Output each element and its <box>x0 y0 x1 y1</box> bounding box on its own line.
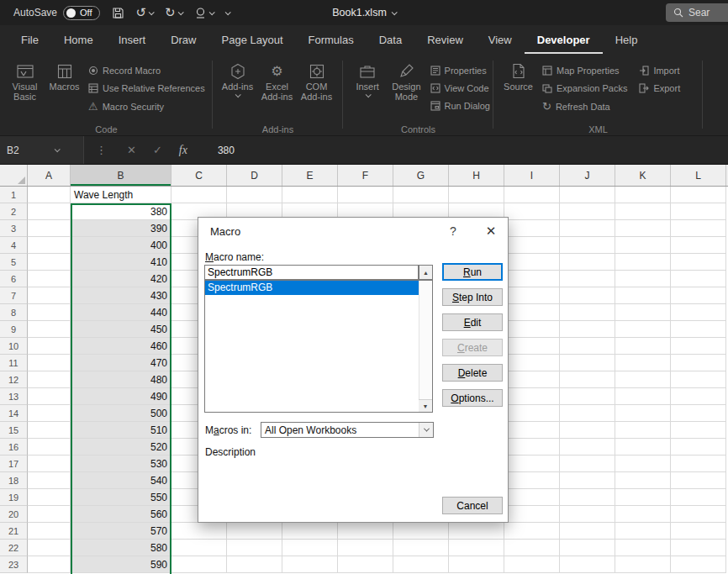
cell-J21[interactable] <box>560 523 615 540</box>
cell-J2[interactable] <box>560 203 615 220</box>
cell-K3[interactable] <box>615 220 671 237</box>
cell-G21[interactable] <box>393 523 449 540</box>
cell-K22[interactable] <box>615 540 671 556</box>
cell-G22[interactable] <box>393 540 449 556</box>
cell-B6[interactable]: 420 <box>71 271 171 287</box>
row-header-15[interactable]: 15 <box>0 422 28 439</box>
name-box[interactable]: B2 <box>0 136 84 164</box>
cell-K13[interactable] <box>615 388 671 405</box>
cell-K6[interactable] <box>615 271 671 287</box>
autosave-toggle[interactable]: AutoSave Off <box>13 6 100 20</box>
cell-K19[interactable] <box>615 489 671 506</box>
cell-L5[interactable] <box>671 254 726 271</box>
touch-mouse-mode-button[interactable] <box>194 7 214 19</box>
delete-button[interactable]: Delete <box>442 364 503 382</box>
cell-A7[interactable] <box>28 287 71 304</box>
cell-I20[interactable] <box>504 506 560 523</box>
cell-G1[interactable] <box>393 187 449 203</box>
cell-B17[interactable]: 530 <box>71 456 171 472</box>
map-properties-button[interactable]: Map Properties <box>542 66 627 76</box>
record-macro-button[interactable]: Record Macro <box>88 66 205 76</box>
cell-L13[interactable] <box>671 388 726 405</box>
row-header-2[interactable]: 2 <box>0 203 28 220</box>
dialog-close-icon[interactable]: ✕ <box>484 224 498 239</box>
row-header-8[interactable]: 8 <box>0 304 28 321</box>
column-header-A[interactable]: A <box>28 165 71 186</box>
customize-qat-button[interactable] <box>225 11 229 15</box>
cell-A22[interactable] <box>28 540 71 556</box>
cell-L20[interactable] <box>671 506 726 523</box>
cell-B14[interactable]: 500 <box>71 405 171 422</box>
column-header-H[interactable]: H <box>449 165 504 186</box>
cell-A11[interactable] <box>28 355 71 371</box>
cell-K4[interactable] <box>615 237 671 254</box>
cell-I8[interactable] <box>504 304 560 321</box>
tab-page-layout[interactable]: Page Layout <box>209 25 296 54</box>
cell-L7[interactable] <box>671 287 726 304</box>
document-title[interactable]: Book1.xlsm <box>332 7 387 18</box>
autosave-switch[interactable]: Off <box>63 6 99 20</box>
cell-J15[interactable] <box>560 422 615 439</box>
cell-B22[interactable]: 580 <box>71 540 171 556</box>
cell-F23[interactable] <box>338 556 393 573</box>
cell-A18[interactable] <box>28 472 71 489</box>
group-label-addins[interactable]: Add-ins <box>213 124 343 134</box>
scroll-down-icon[interactable]: ▼ <box>419 399 432 412</box>
cell-B13[interactable]: 490 <box>71 388 171 405</box>
save-button[interactable] <box>112 7 124 19</box>
cell-I13[interactable] <box>504 388 560 405</box>
cell-K23[interactable] <box>615 556 671 573</box>
cell-J10[interactable] <box>560 338 615 355</box>
cell-B19[interactable]: 550 <box>71 489 171 506</box>
options-button[interactable]: Options... <box>442 389 503 407</box>
cell-J18[interactable] <box>560 472 615 489</box>
cell-B21[interactable]: 570 <box>71 523 171 540</box>
cell-J8[interactable] <box>560 304 615 321</box>
cell-L23[interactable] <box>671 556 726 573</box>
dialog-help-icon[interactable]: ? <box>447 224 459 238</box>
cell-A9[interactable] <box>28 321 71 338</box>
cell-J16[interactable] <box>560 439 615 456</box>
column-header-I[interactable]: I <box>504 165 560 186</box>
cell-I16[interactable] <box>504 439 560 456</box>
macros-in-dropdown[interactable]: All Open Workbooks <box>261 422 434 438</box>
column-header-K[interactable]: K <box>615 165 671 186</box>
cell-B8[interactable]: 440 <box>71 304 171 321</box>
cell-I22[interactable] <box>504 540 560 556</box>
cell-L14[interactable] <box>671 405 726 422</box>
cell-J11[interactable] <box>560 355 615 371</box>
cell-B1[interactable]: Wave Length <box>71 187 171 203</box>
cell-A2[interactable] <box>28 203 71 220</box>
column-header-L[interactable]: L <box>671 165 726 186</box>
cell-B4[interactable]: 400 <box>71 237 171 254</box>
insert-control-button[interactable]: Insert <box>348 58 387 97</box>
cell-A17[interactable] <box>28 456 71 472</box>
macro-list-item[interactable]: SpectrumRGB <box>205 281 419 295</box>
cancel-button[interactable]: Cancel <box>442 497 503 514</box>
undo-button[interactable]: ↺ <box>136 7 154 19</box>
cell-I17[interactable] <box>504 456 560 472</box>
formula-bar-value[interactable]: 380 <box>218 145 235 156</box>
confirm-entry-icon[interactable]: ✓ <box>153 144 162 156</box>
cell-A19[interactable] <box>28 489 71 506</box>
refresh-data-button[interactable]: ↻ Refresh Data <box>542 101 627 112</box>
cell-K11[interactable] <box>615 355 671 371</box>
cell-A13[interactable] <box>28 388 71 405</box>
cell-I12[interactable] <box>504 371 560 388</box>
column-header-E[interactable]: E <box>282 165 338 186</box>
cell-A6[interactable] <box>28 271 71 287</box>
cell-B3[interactable]: 390 <box>71 220 171 237</box>
tab-insert[interactable]: Insert <box>106 25 159 54</box>
addins-button[interactable]: Add-ins <box>218 58 257 97</box>
cell-L22[interactable] <box>671 540 726 556</box>
cell-L4[interactable] <box>671 237 726 254</box>
row-header-14[interactable]: 14 <box>0 405 28 422</box>
cell-B15[interactable]: 510 <box>71 422 171 439</box>
cell-L9[interactable] <box>671 321 726 338</box>
cell-I3[interactable] <box>504 220 560 237</box>
cell-J22[interactable] <box>560 540 615 556</box>
cell-A12[interactable] <box>28 371 71 388</box>
cell-K9[interactable] <box>615 321 671 338</box>
cell-K8[interactable] <box>615 304 671 321</box>
cell-K18[interactable] <box>615 472 671 489</box>
